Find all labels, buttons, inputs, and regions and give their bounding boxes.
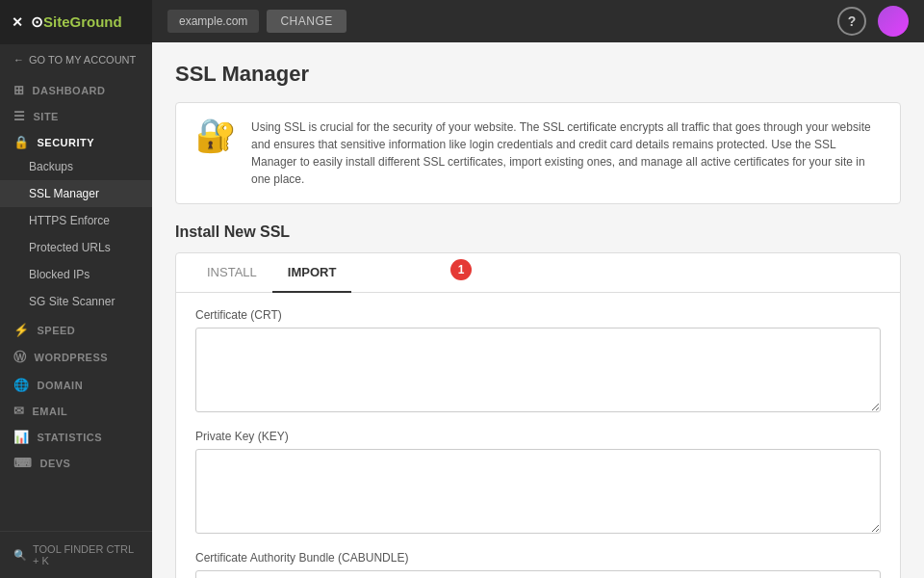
sidebar-item-dashboard[interactable]: ⊞ DASHBOARD <box>0 75 152 101</box>
sidebar-item-devs[interactable]: ⌨ DEVS <box>0 448 152 474</box>
cabundle-textarea[interactable] <box>195 570 881 578</box>
speed-icon: ⚡ <box>13 323 30 337</box>
main-area: example.com CHANGE ? SSL Manager 🔐 Using… <box>152 0 924 578</box>
key-label: Private Key (KEY) <box>195 430 881 443</box>
devs-icon: ⌨ <box>13 456 33 470</box>
sidebar-subitem-https-enforce[interactable]: HTTPS Enforce <box>0 207 152 234</box>
sidebar-item-statistics[interactable]: 📊 STATISTICS <box>0 422 152 448</box>
info-description: Using SSL is crucial for the security of… <box>251 118 881 188</box>
page-title: SSL Manager <box>175 62 901 87</box>
domain-icon: 🌐 <box>13 378 30 392</box>
sidebar-subitem-backups[interactable]: Backups <box>0 153 152 180</box>
wordpress-icon: Ⓦ <box>13 349 27 366</box>
search-icon: 🔍 <box>13 549 27 562</box>
sidebar-item-site[interactable]: ☰ SITE <box>0 101 152 127</box>
email-icon: ✉ <box>13 404 25 418</box>
sidebar-item-wordpress[interactable]: Ⓦ WORDPRESS <box>0 341 152 370</box>
key-textarea[interactable] <box>195 449 881 534</box>
top-right-controls: ? <box>837 6 909 37</box>
crt-textarea[interactable] <box>195 328 881 412</box>
sidebar-subitem-sg-site-scanner[interactable]: SG Site Scanner <box>0 288 152 315</box>
sidebar-item-security[interactable]: 🔒 SECURITY <box>0 127 152 153</box>
change-site-button[interactable]: CHANGE <box>267 10 346 33</box>
site-icon: ☰ <box>13 109 26 123</box>
cabundle-label: Certificate Authority Bundle (CABUNDLE) <box>195 551 881 565</box>
go-to-account-link[interactable]: ← GO TO MY ACCOUNT <box>0 44 152 75</box>
security-icon: 🔒 <box>13 135 30 149</box>
sidebar-item-email[interactable]: ✉ EMAIL <box>0 396 152 422</box>
step-1-badge: 1 <box>450 259 472 280</box>
sidebar: ✕ ⊙SiteGround ← GO TO MY ACCOUNT ⊞ DASHB… <box>0 0 152 578</box>
tab-import-content: Certificate (CRT) Private Key (KEY) Cert… <box>176 293 900 578</box>
help-button[interactable]: ? <box>837 7 866 36</box>
sidebar-subitem-ssl-manager[interactable]: SSL Manager <box>0 180 152 207</box>
site-name-display: example.com <box>167 10 259 33</box>
tab-import[interactable]: IMPORT <box>272 253 352 293</box>
close-icon[interactable]: ✕ <box>12 14 23 30</box>
ssl-lock-icon: 🔐 <box>195 118 236 151</box>
tabs-header: INSTALL IMPORT 1 <box>176 253 900 293</box>
statistics-icon: 📊 <box>13 430 30 444</box>
brand-name: ⊙SiteGround <box>31 13 122 31</box>
top-bar: example.com CHANGE ? <box>152 0 924 42</box>
install-section-title: Install New SSL <box>175 223 901 241</box>
user-avatar[interactable] <box>878 6 909 37</box>
crt-label: Certificate (CRT) <box>195 308 881 322</box>
sidebar-logo-area: ✕ ⊙SiteGround <box>0 0 152 44</box>
tabs-container: INSTALL IMPORT 1 Certificate (CRT) Priva… <box>175 252 901 578</box>
sidebar-item-speed[interactable]: ⚡ SPEED <box>0 315 152 341</box>
tab-install[interactable]: INSTALL <box>192 253 272 293</box>
sidebar-nav: ⊞ DASHBOARD ☰ SITE 🔒 SECURITY Backups SS… <box>0 75 152 531</box>
sidebar-subitem-blocked-ips[interactable]: Blocked IPs <box>0 261 152 288</box>
site-selector: example.com CHANGE <box>167 10 346 33</box>
page-content: SSL Manager 🔐 Using SSL is crucial for t… <box>152 42 924 578</box>
sidebar-item-domain[interactable]: 🌐 DOMAIN <box>0 370 152 396</box>
back-arrow-icon: ← <box>13 54 24 66</box>
info-box: 🔐 Using SSL is crucial for the security … <box>175 102 901 204</box>
tool-finder[interactable]: 🔍 TOOL FINDER CTRL + K <box>0 531 152 578</box>
sidebar-subitem-protected-urls[interactable]: Protected URLs <box>0 234 152 261</box>
dashboard-icon: ⊞ <box>13 83 25 97</box>
